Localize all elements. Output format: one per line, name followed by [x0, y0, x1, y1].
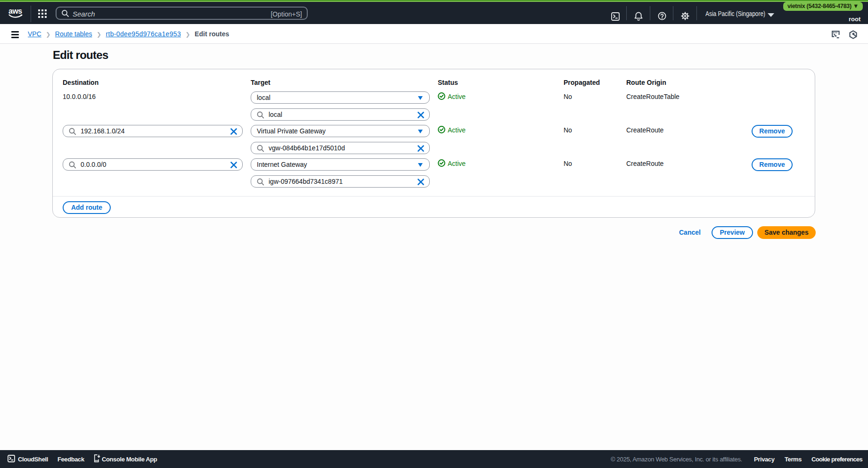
svg-text:aws: aws: [8, 7, 22, 15]
